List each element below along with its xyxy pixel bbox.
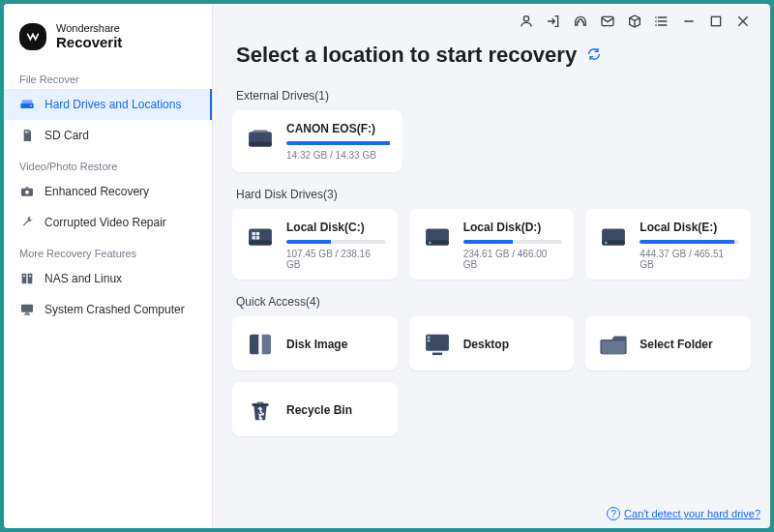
drive-name: Local Disk(C:): [286, 221, 386, 234]
drive-card-d[interactable]: Local Disk(D:) 234.61 GB / 466.00 GB: [409, 209, 575, 280]
quick-card-recycle-bin[interactable]: Recycle Bin: [232, 382, 398, 436]
sidebar-item-enhanced-recovery[interactable]: Enhanced Recovery: [4, 176, 212, 207]
sidebar-heading-more-features: More Recovery Features: [4, 238, 212, 263]
sidebar-item-label: NAS and Linux: [45, 272, 122, 285]
sidebar-heading-file-recover: File Recover: [4, 64, 212, 89]
camera-icon: [19, 184, 35, 199]
sidebar-item-corrupted-video[interactable]: Corrupted Video Repair: [4, 207, 212, 238]
desktop-icon: [421, 328, 454, 361]
page-title: Select a location to start recovery: [236, 43, 577, 68]
section-heading-quick: Quick Access(4): [232, 289, 751, 316]
drive-card-e[interactable]: Local Disk(E:) 444.37 GB / 465.51 GB: [585, 209, 751, 280]
app-window: Wondershare Recoverit File Recover Hard …: [4, 4, 770, 528]
quick-label: Select Folder: [640, 338, 712, 351]
cube-icon[interactable]: [627, 14, 642, 29]
sidebar-item-label: SD Card: [45, 129, 89, 142]
monitor-icon: [19, 302, 35, 317]
drive-capacity: 107.45 GB / 238.16 GB: [286, 249, 386, 270]
sidebar-item-label: Enhanced Recovery: [45, 185, 149, 198]
usage-bar: [463, 240, 563, 244]
drive-capacity: 234.61 GB / 466.00 GB: [463, 249, 563, 270]
usage-bar: [286, 141, 391, 145]
close-icon[interactable]: [735, 14, 751, 29]
sidebar-item-label: Corrupted Video Repair: [45, 216, 166, 229]
drive-name: CANON EOS(F:): [286, 122, 391, 135]
sidebar-item-system-crashed[interactable]: System Crashed Computer: [4, 294, 212, 325]
quick-card-select-folder[interactable]: Select Folder: [585, 316, 751, 370]
folder-icon: [597, 328, 630, 361]
maximize-icon[interactable]: [708, 14, 724, 29]
drive-card-external-f[interactable]: CANON EOS(F:) 14.32 GB / 14.33 GB: [232, 110, 402, 172]
section-heading-external: External Drives(1): [232, 83, 751, 110]
quick-label: Disk Image: [286, 338, 347, 351]
main-content: Select a location to start recovery Exte…: [213, 4, 770, 528]
sidebar-heading-video-photo: Video/Photo Restore: [4, 151, 212, 176]
sidebar-item-hard-drives[interactable]: Hard Drives and Locations: [4, 89, 212, 120]
sidebar-item-nas-linux[interactable]: NAS and Linux: [4, 263, 212, 294]
mail-icon[interactable]: [600, 14, 615, 29]
quick-card-disk-image[interactable]: Disk Image: [232, 316, 398, 370]
help-link-row: ? Can't detect your hard drive?: [607, 507, 760, 520]
headset-icon[interactable]: [573, 14, 588, 29]
help-link[interactable]: Can't detect your hard drive?: [624, 508, 760, 519]
logo-icon: [19, 23, 46, 50]
drive-capacity: 14.32 GB / 14.33 GB: [286, 150, 391, 161]
drive-capacity: 444.37 GB / 465.51 GB: [640, 249, 739, 270]
recycle-icon: [244, 394, 277, 427]
hdd-icon: [597, 221, 630, 253]
refresh-icon[interactable]: [586, 46, 604, 64]
sidebar-item-label: System Crashed Computer: [45, 303, 185, 316]
menu-icon[interactable]: [654, 14, 670, 29]
sidebar-item-sd-card[interactable]: SD Card: [4, 120, 212, 151]
app-logo: Wondershare Recoverit: [4, 17, 212, 64]
help-icon: ?: [607, 507, 620, 520]
nas-icon: [19, 271, 35, 286]
wrench-icon: [19, 215, 35, 230]
usage-bar: [640, 240, 739, 244]
quick-label: Desktop: [463, 338, 509, 351]
disk-image-icon: [244, 328, 277, 361]
section-heading-hdd: Hard Disk Drives(3): [232, 182, 751, 209]
quick-card-desktop[interactable]: Desktop: [409, 316, 575, 370]
drive-name: Local Disk(D:): [463, 221, 563, 234]
minimize-icon[interactable]: [681, 14, 697, 29]
usage-bar: [286, 240, 386, 244]
product-name: Recoverit: [56, 35, 122, 50]
sdcard-icon: [19, 128, 35, 143]
user-icon[interactable]: [519, 14, 534, 29]
sidebar-item-label: Hard Drives and Locations: [45, 98, 181, 111]
sidebar: Wondershare Recoverit File Recover Hard …: [4, 4, 213, 528]
drive-card-c[interactable]: Local Disk(C:) 107.45 GB / 238.16 GB: [232, 209, 398, 280]
quick-label: Recycle Bin: [286, 403, 352, 417]
external-drive-icon: [244, 122, 277, 155]
hdd-icon: [421, 221, 454, 253]
titlebar: [232, 4, 751, 39]
hdd-icon: [244, 221, 277, 253]
drive-icon: [19, 97, 35, 112]
drive-name: Local Disk(E:): [640, 221, 739, 234]
login-icon[interactable]: [546, 14, 561, 29]
